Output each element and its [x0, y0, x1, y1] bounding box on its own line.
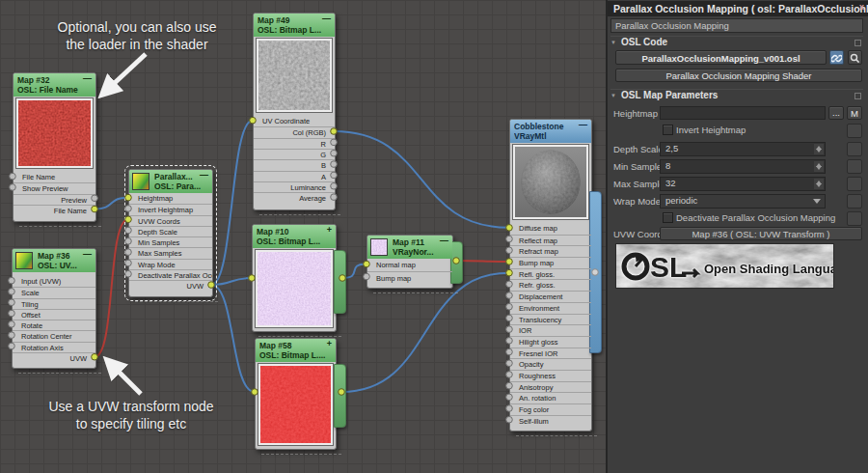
- node-header[interactable]: Map #36OSL: UV...—: [13, 249, 95, 272]
- close-icon[interactable]: x: [859, 2, 864, 12]
- node-slot-in[interactable]: Self-illum: [510, 415, 591, 427]
- rollout-osl-code[interactable]: ▼OSL Code: [610, 36, 863, 49]
- node-slot-out[interactable]: G: [254, 149, 335, 159]
- node-header[interactable]: Map #58OSL: Bitmap L....+: [256, 339, 336, 362]
- pin-icon[interactable]: [854, 93, 861, 99]
- node-slot-in[interactable]: Displacement: [510, 291, 591, 302]
- deactivate-checkbox[interactable]: [663, 212, 673, 223]
- node-slot-in[interactable]: Opacity: [510, 358, 591, 370]
- node-slot-in[interactable]: Rotation Axis: [13, 342, 95, 352]
- node-header[interactable]: Parallax...OSL: Para...—: [129, 170, 212, 193]
- node-slot-in[interactable]: Min Samples: [129, 236, 212, 247]
- node-header[interactable]: CobblestoneVRayMtl—: [510, 120, 591, 143]
- node-slot-in[interactable]: UVW Coords: [129, 215, 212, 226]
- node-side-tab[interactable]: [334, 364, 346, 428]
- node-slot-out[interactable]: Luminance: [254, 181, 335, 192]
- node-header[interactable]: Map #11VRayNor...—: [367, 236, 452, 259]
- node-slot-in[interactable]: Rotate: [13, 320, 95, 330]
- node-slot-in[interactable]: File Name: [14, 172, 95, 182]
- pick-shader-button[interactable]: [848, 50, 862, 65]
- node-map58[interactable]: Map #58OSL: Bitmap L....+: [255, 338, 337, 450]
- node-slot-in[interactable]: Offset: [13, 309, 95, 320]
- node-slot-in[interactable]: Diffuse map: [510, 223, 591, 235]
- link-file-button[interactable]: [829, 50, 844, 65]
- node-slot-in[interactable]: Fresnel IOR: [510, 348, 591, 359]
- collapse-icon[interactable]: —: [440, 236, 448, 245]
- node-slot-in[interactable]: Invert Heightmap: [129, 204, 212, 214]
- node-map49[interactable]: Map #49OSL: Bitmap L...—UV CoordinateCol…: [253, 13, 336, 210]
- node-slot-in[interactable]: Scale: [13, 287, 95, 297]
- max-samples-spinner[interactable]: 32: [660, 177, 826, 191]
- rollout-osl-map-parameters[interactable]: ▼OSL Map Parameters: [610, 89, 863, 102]
- node-slot-in[interactable]: Input (UVW): [13, 276, 95, 287]
- node-slot-out[interactable]: Preview: [14, 194, 95, 205]
- collapse-icon[interactable]: +: [327, 339, 332, 348]
- max-map-slot-button[interactable]: [847, 177, 862, 191]
- spinner-arrows-icon[interactable]: [814, 179, 824, 189]
- node-slot-in[interactable]: Max Samples: [129, 247, 212, 258]
- invert-heightmap-checkbox[interactable]: [663, 125, 673, 135]
- osl-file-button[interactable]: ParallaxOcclusionMapping_v001.osl: [615, 50, 827, 65]
- node-slot-in[interactable]: IOR: [510, 324, 591, 336]
- node-slot-in[interactable]: Reflect map: [510, 235, 591, 246]
- node-slot-in[interactable]: UV Coordinate: [254, 116, 335, 126]
- node-slot-out[interactable]: Average: [254, 192, 335, 203]
- collapse-icon[interactable]: —: [579, 120, 587, 129]
- shader-name-button[interactable]: Parallax Occlusion Mapping Shader: [615, 69, 862, 82]
- node-slot-in[interactable]: Wrap Mode: [129, 259, 212, 269]
- node-slot-in[interactable]: Rotation Center: [13, 330, 95, 341]
- spinner-arrows-icon[interactable]: [814, 144, 824, 154]
- collapse-icon[interactable]: —: [200, 170, 208, 180]
- node-slot-out[interactable]: UVW: [13, 352, 95, 363]
- wrap-mode-dropdown[interactable]: periodic: [660, 194, 826, 209]
- heightmap-field[interactable]: [660, 106, 826, 120]
- node-slot-in[interactable]: Refract map: [510, 245, 591, 257]
- uvw-coords-button[interactable]: Map #36 ( OSL: UVW Transform ): [660, 227, 862, 240]
- min-map-slot-button[interactable]: [847, 159, 862, 174]
- node-slot-in[interactable]: Roughness: [510, 370, 591, 381]
- node-slot-out[interactable]: B: [254, 159, 335, 170]
- node-slot-in[interactable]: Normal map: [367, 259, 452, 271]
- node-slot-out[interactable]: R: [254, 138, 335, 149]
- node-header[interactable]: Map #32OSL: File Name—: [14, 73, 95, 97]
- node-parallax[interactable]: Parallax...OSL: Para...—HeightmapInvert …: [128, 169, 213, 297]
- node-slot-in[interactable]: Anisotropy: [510, 381, 591, 393]
- heightmap-map-button[interactable]: M: [847, 106, 862, 120]
- node-map36[interactable]: Map #36OSL: UV...—Input (UVW)ScaleTiling…: [12, 248, 96, 369]
- node-slot-out[interactable]: Col (RGB): [254, 126, 335, 137]
- node-map10[interactable]: Map #10OSL: Bitmap L...+: [252, 224, 337, 332]
- min-samples-spinner[interactable]: 8: [660, 159, 826, 174]
- node-slot-in[interactable]: Tiling: [13, 298, 95, 309]
- node-side-tab[interactable]: [334, 250, 346, 314]
- node-slot-out[interactable]: UVW: [129, 280, 212, 291]
- depth-scale-spinner[interactable]: 2,5: [660, 142, 826, 156]
- node-slot-in[interactable]: Environment: [510, 302, 591, 314]
- node-slot-in[interactable]: Fog color: [510, 403, 591, 415]
- node-slot-out[interactable]: File Name: [14, 205, 95, 215]
- collapse-icon[interactable]: +: [327, 225, 332, 235]
- node-slot-in[interactable]: Hilight gloss: [510, 336, 591, 348]
- node-slot-in[interactable]: Depth Scale: [129, 226, 212, 236]
- node-slot-in[interactable]: Translucency: [510, 314, 591, 325]
- node-slot-in[interactable]: Show Preview: [14, 182, 95, 193]
- node-slot-in[interactable]: An. rotation: [510, 392, 591, 403]
- heightmap-browse-button[interactable]: ...: [828, 106, 844, 120]
- node-cobblestone[interactable]: CobblestoneVRayMtl—Diffuse mapReflect ma…: [509, 119, 592, 431]
- collapse-icon[interactable]: —: [83, 73, 92, 83]
- node-map11[interactable]: Map #11VRayNor...—Normal mapBump map: [366, 235, 453, 289]
- material-name-input[interactable]: [610, 18, 863, 33]
- spinner-arrows-icon[interactable]: [814, 161, 824, 172]
- node-slot-in[interactable]: Heightmap: [129, 193, 212, 204]
- node-slot-in[interactable]: Bump map: [367, 271, 452, 284]
- node-slot-in[interactable]: Bump map: [510, 257, 591, 268]
- node-slot-out[interactable]: A: [254, 171, 335, 181]
- invert-map-slot-button[interactable]: [847, 124, 862, 138]
- collapse-icon[interactable]: —: [322, 14, 331, 23]
- node-slot-in[interactable]: Deactivate Parallax Occl.: [129, 269, 212, 280]
- depth-map-slot-button[interactable]: [847, 142, 862, 156]
- deactivate-map-slot-button[interactable]: [847, 211, 862, 226]
- pin-icon[interactable]: [854, 40, 861, 46]
- collapse-icon[interactable]: —: [83, 249, 92, 259]
- node-map32[interactable]: Map #32OSL: File Name—File NameShow Prev…: [13, 72, 96, 222]
- node-header[interactable]: Map #49OSL: Bitmap L...—: [254, 14, 335, 37]
